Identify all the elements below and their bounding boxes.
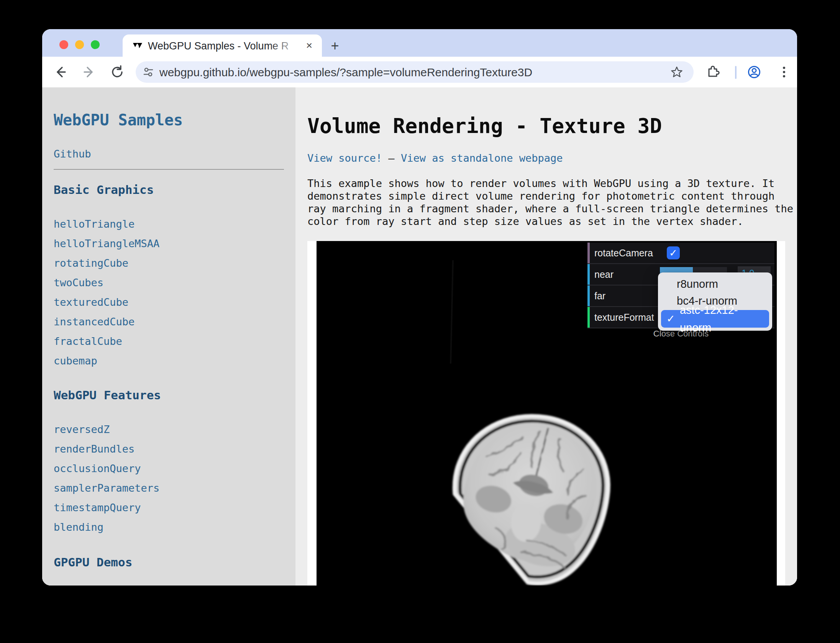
tab-title-fade bbox=[268, 38, 303, 54]
screenshot-stage: WebGPU Samples - Volume R × + bbox=[0, 0, 840, 643]
sidebar-sample-link[interactable]: rotatingCube bbox=[54, 257, 295, 269]
sidebar-sample-link[interactable]: samplerParameters bbox=[54, 482, 295, 494]
tab-close-icon[interactable]: × bbox=[304, 40, 315, 51]
source-links-row: View source! — View as standalone webpag… bbox=[307, 152, 797, 164]
site-controls-icon[interactable] bbox=[143, 66, 154, 78]
window-close-button[interactable] bbox=[59, 40, 68, 49]
section-gpgpu-demos: GPGPU Demos computeBoids bbox=[54, 555, 295, 586]
view-source-link[interactable]: View source! bbox=[307, 152, 382, 164]
browser-window: WebGPU Samples - Volume R × + bbox=[42, 29, 797, 586]
sample-main-panel: Volume Rendering - Texture 3D View sourc… bbox=[295, 87, 797, 586]
dropdown-option[interactable]: r8unorm bbox=[658, 276, 772, 292]
sidebar-sample-link[interactable]: twoCubes bbox=[54, 277, 295, 289]
sidebar-sample-link[interactable]: reversedZ bbox=[54, 423, 295, 435]
gui-label: far bbox=[594, 285, 605, 306]
selected-option-label: astc-12x12-unorm bbox=[680, 301, 769, 336]
sidebar-sample-link[interactable]: renderBundles bbox=[54, 443, 295, 455]
gui-row-rotate-camera: rotateCamera ✓ bbox=[587, 243, 774, 264]
webgpu-logo-icon bbox=[133, 41, 143, 51]
rotate-camera-checkbox[interactable]: ✓ bbox=[667, 246, 680, 259]
new-tab-button[interactable]: + bbox=[328, 39, 342, 53]
gui-label: rotateCamera bbox=[594, 243, 653, 263]
bool-row-accent bbox=[587, 243, 590, 263]
sidebar-title: WebGPU Samples bbox=[54, 111, 295, 129]
window-zoom-button[interactable] bbox=[91, 40, 100, 49]
sidebar-sample-link[interactable]: texturedCube bbox=[54, 296, 295, 308]
back-icon[interactable] bbox=[54, 65, 67, 79]
select-row-accent bbox=[587, 307, 590, 328]
number-row-accent bbox=[587, 264, 590, 285]
profile-avatar-icon[interactable] bbox=[747, 65, 761, 79]
section-webgpu-features: WebGPU Features reversedZrenderBundlesoc… bbox=[54, 388, 295, 533]
standalone-link[interactable]: View as standalone webpage bbox=[401, 152, 563, 164]
sidebar-sample-link[interactable]: helloTriangle bbox=[54, 218, 295, 230]
bookmark-star-icon[interactable] bbox=[671, 66, 683, 78]
texture-format-dropdown: r8unorm bc4-r-unorm ✓ astc-12x12-unorm bbox=[658, 272, 772, 331]
gui-label: near bbox=[594, 264, 614, 285]
section-basic-graphics: Basic Graphics helloTrianglehelloTriangl… bbox=[54, 183, 295, 367]
sidebar-sample-link[interactable]: instancedCube bbox=[54, 316, 295, 328]
sidebar-sample-link[interactable]: blending bbox=[54, 521, 295, 533]
dropdown-option-selected[interactable]: ✓ astc-12x12-unorm bbox=[661, 310, 769, 328]
description-line: ray marching in a fragment shader, where… bbox=[307, 202, 797, 215]
tab-strip: WebGPU Samples - Volume R × + bbox=[42, 29, 797, 57]
reload-icon[interactable] bbox=[110, 65, 124, 79]
section-heading: WebGPU Features bbox=[54, 388, 295, 402]
sample-description: This example shows how to render volumes… bbox=[307, 177, 797, 228]
webgpu-canvas[interactable]: rotateCamera ✓ near 1.0 f bbox=[317, 241, 777, 586]
sample-link-list: reversedZrenderBundlesocclusionQuerysamp… bbox=[54, 423, 295, 533]
number-row-accent bbox=[587, 285, 590, 306]
window-minimize-button[interactable] bbox=[75, 40, 84, 49]
description-line: This example shows how to render volumes… bbox=[307, 177, 797, 190]
page-title: Volume Rendering - Texture 3D bbox=[307, 114, 797, 138]
browser-tab[interactable]: WebGPU Samples - Volume R × bbox=[123, 34, 322, 57]
github-link[interactable]: Github bbox=[54, 148, 295, 160]
description-line: color from ray start and step size value… bbox=[307, 215, 797, 228]
extensions-puzzle-icon[interactable] bbox=[706, 65, 720, 79]
sidebar-divider bbox=[54, 169, 284, 170]
page-content: WebGPU Samples Github Basic Graphics hel… bbox=[42, 87, 797, 586]
canvas-container: rotateCamera ✓ near 1.0 f bbox=[307, 241, 785, 586]
link-separator: — bbox=[388, 152, 394, 164]
gui-label: textureFormat bbox=[594, 307, 654, 328]
checkmark-icon: ✓ bbox=[666, 310, 680, 328]
browser-menu-icon[interactable] bbox=[777, 65, 791, 79]
samples-sidebar: WebGPU Samples Github Basic Graphics hel… bbox=[42, 87, 295, 586]
toolbar-divider bbox=[735, 66, 737, 79]
sample-link-list: helloTrianglehelloTriangleMSAArotatingCu… bbox=[54, 218, 295, 367]
forward-icon[interactable] bbox=[82, 65, 96, 79]
sidebar-sample-link[interactable]: timestampQuery bbox=[54, 502, 295, 513]
browser-toolbar: webgpu.github.io/webgpu-samples/?sample=… bbox=[42, 57, 797, 87]
sidebar-sample-link[interactable]: fractalCube bbox=[54, 335, 295, 347]
section-heading: GPGPU Demos bbox=[54, 555, 295, 569]
sidebar-sample-link[interactable]: occlusionQuery bbox=[54, 463, 295, 474]
sidebar-sample-link[interactable]: cubemap bbox=[54, 355, 295, 367]
url-bar[interactable]: webgpu.github.io/webgpu-samples/?sample=… bbox=[136, 61, 694, 83]
sidebar-sample-link[interactable]: helloTriangleMSAA bbox=[54, 238, 295, 249]
section-heading: Basic Graphics bbox=[54, 183, 295, 197]
url-text[interactable]: webgpu.github.io/webgpu-samples/?sample=… bbox=[159, 66, 532, 79]
description-line: demonstrates simple direct volume render… bbox=[307, 190, 797, 202]
